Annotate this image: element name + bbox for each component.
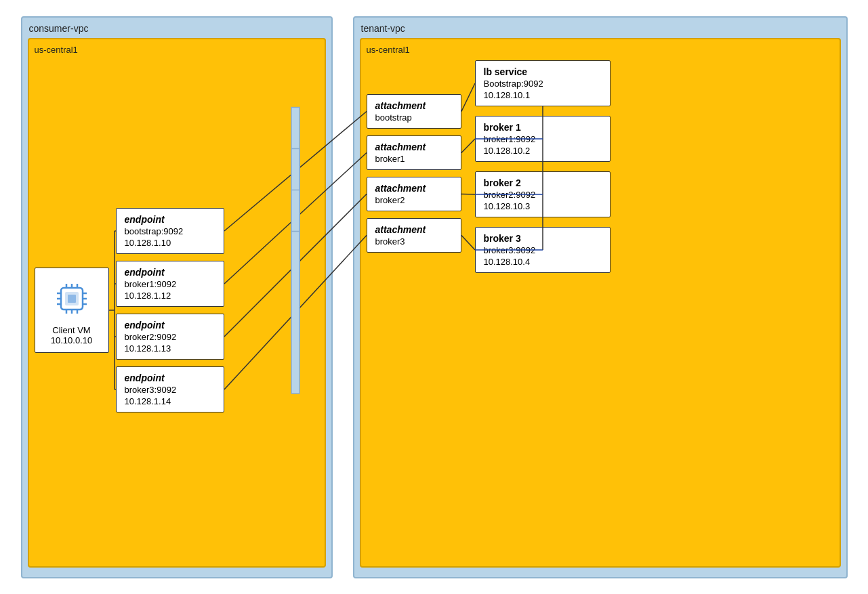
lb-service-box: lb service Bootstrap:9092 10.128.10.1	[475, 60, 611, 106]
consumer-region-label: us-central1	[35, 45, 319, 55]
broker-line2-1: 10.128.10.3	[484, 201, 602, 211]
broker-line1-2: broker3:9092	[484, 245, 602, 255]
endpoint-line2-0: 10.128.1.10	[125, 238, 215, 248]
svg-rect-14	[68, 295, 76, 303]
attachment-line1-1: broker1	[375, 154, 453, 164]
broker-box-0: broker 1 broker1:9092 10.128.10.2	[475, 116, 611, 162]
attachments-column: attachment bootstrap attachment broker1 …	[367, 94, 461, 253]
endpoint-title-2: endpoint	[125, 320, 215, 331]
lb-service-line1: Bootstrap:9092	[484, 79, 602, 89]
diagram: consumer-vpc us-central1	[21, 16, 848, 578]
endpoint-line1-1: broker1:9092	[125, 279, 215, 289]
endpoint-box-0: endpoint bootstrap:9092 10.128.1.10	[116, 208, 224, 254]
endpoint-line2-1: 10.128.1.12	[125, 291, 215, 301]
endpoint-line1-0: bootstrap:9092	[125, 226, 215, 236]
endpoint-title-3: endpoint	[125, 373, 215, 383]
endpoint-line1-3: broker3:9092	[125, 385, 215, 395]
endpoint-box-2: endpoint broker2:9092 10.128.1.13	[116, 314, 224, 360]
broker-line2-2: 10.128.10.4	[484, 257, 602, 267]
broker-title-1: broker 2	[484, 177, 602, 188]
lb-service-title: lb service	[484, 66, 602, 77]
client-vm-icon	[48, 275, 96, 322]
attachment-box-1: attachment broker1	[367, 135, 461, 170]
lb-service-line2: 10.128.10.1	[484, 90, 602, 100]
broker-line1-1: broker2:9092	[484, 190, 602, 200]
endpoints-column: endpoint bootstrap:9092 10.128.1.10 endp…	[116, 208, 224, 412]
attachment-line1-0: bootstrap	[375, 112, 453, 123]
attachment-title-3: attachment	[375, 224, 453, 235]
endpoint-line2-2: 10.128.1.13	[125, 343, 215, 354]
endpoint-title-1: endpoint	[125, 267, 215, 278]
broker-box-2: broker 3 broker3:9092 10.128.10.4	[475, 227, 611, 273]
attachment-box-0: attachment bootstrap	[367, 94, 461, 129]
client-vm-ip: 10.10.0.10	[51, 335, 92, 345]
tenant-vpc-box: tenant-vpc us-central1 attachment bootst…	[353, 16, 848, 578]
broker-line1-0: broker1:9092	[484, 134, 602, 144]
attachment-line1-2: broker2	[375, 195, 453, 205]
attachment-title-0: attachment	[375, 100, 453, 111]
consumer-region-box: us-central1	[28, 38, 326, 568]
endpoint-line2-3: 10.128.1.14	[125, 396, 215, 406]
consumer-vpc-box: consumer-vpc us-central1	[21, 16, 333, 578]
tenant-vpc-label: tenant-vpc	[360, 23, 841, 34]
consumer-vpc-label: consumer-vpc	[28, 23, 326, 34]
attachment-line1-3: broker3	[375, 236, 453, 247]
attachment-title-1: attachment	[375, 142, 453, 152]
tenant-region-box: us-central1 attachment bootstrap attachm…	[360, 38, 841, 568]
client-vm-box: Client VM 10.10.0.10	[35, 268, 109, 353]
broker-box-1: broker 2 broker2:9092 10.128.10.3	[475, 171, 611, 217]
broker-title-2: broker 3	[484, 233, 602, 244]
broker-title-0: broker 1	[484, 122, 602, 133]
attachment-title-2: attachment	[375, 183, 453, 194]
tenant-region-label: us-central1	[367, 45, 834, 55]
endpoint-box-3: endpoint broker3:9092 10.128.1.14	[116, 366, 224, 412]
endpoint-box-1: endpoint broker1:9092 10.128.1.12	[116, 261, 224, 307]
client-vm-name: Client VM	[51, 325, 92, 335]
attachment-box-2: attachment broker2	[367, 177, 461, 211]
services-column: lb service Bootstrap:9092 10.128.10.1 br…	[475, 60, 611, 273]
broker-line2-0: 10.128.10.2	[484, 146, 602, 156]
endpoint-line1-2: broker2:9092	[125, 332, 215, 342]
attachment-box-3: attachment broker3	[367, 218, 461, 253]
endpoint-title-0: endpoint	[125, 214, 215, 225]
